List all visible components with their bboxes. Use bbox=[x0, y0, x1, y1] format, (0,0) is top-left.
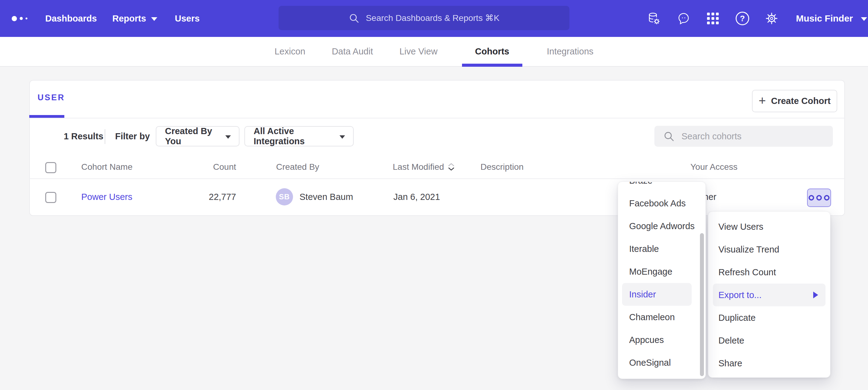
menu-item-label: Share bbox=[718, 358, 742, 368]
row-actions-button[interactable] bbox=[807, 189, 831, 207]
menu-item-label: View Users bbox=[718, 222, 763, 232]
export-target-braze[interactable]: Braze bbox=[618, 182, 706, 192]
select-all-checkbox[interactable] bbox=[45, 162, 56, 173]
menu-item-delete[interactable]: Delete bbox=[708, 329, 830, 352]
global-search-placeholder: Search Dashboards & Reports ⌘K bbox=[366, 13, 499, 23]
export-target-onesignal[interactable]: OneSignal bbox=[618, 351, 706, 374]
tab-data-audit[interactable]: Data Audit bbox=[330, 37, 375, 66]
apps-grid-icon[interactable] bbox=[706, 11, 720, 26]
column-header-description[interactable]: Description bbox=[480, 162, 524, 172]
database-gear-icon[interactable] bbox=[647, 11, 661, 26]
top-nav-bar: Dashboards Reports Users Search Dashboar… bbox=[0, 0, 868, 37]
chevron-down-icon bbox=[861, 17, 867, 21]
menu-item-refresh-count[interactable]: Refresh Count bbox=[708, 261, 830, 284]
menu-item-share[interactable]: Share bbox=[708, 352, 830, 375]
tab-label: Live View bbox=[400, 46, 438, 57]
help-icon[interactable]: ? bbox=[735, 11, 749, 26]
ellipsis-dot bbox=[809, 195, 814, 200]
feedback-bubble-icon[interactable] bbox=[677, 11, 691, 26]
row-actions-menu: View Users Visualize Trend Refresh Count… bbox=[708, 211, 831, 378]
menu-item-label: Visualize Trend bbox=[718, 245, 779, 254]
integrations-filter-dropdown[interactable]: All Active Integrations bbox=[244, 126, 354, 147]
column-header-your-access[interactable]: Your Access bbox=[690, 162, 738, 172]
tab-label: Data Audit bbox=[332, 46, 373, 57]
vertical-divider bbox=[105, 129, 105, 144]
cohort-name-link[interactable]: Power Users bbox=[81, 192, 132, 202]
project-name: Music Finder bbox=[796, 13, 853, 24]
column-header-cohort-name[interactable]: Cohort Name bbox=[81, 162, 133, 172]
tab-user-cohorts[interactable]: USER bbox=[37, 93, 65, 102]
tab-cohorts[interactable]: Cohorts bbox=[462, 37, 522, 66]
tab-live-view[interactable]: Live View bbox=[398, 37, 439, 66]
tab-integrations[interactable]: Integrations bbox=[545, 37, 596, 66]
submenu-arrow-icon bbox=[813, 292, 818, 298]
nav-item-reports[interactable]: Reports bbox=[112, 0, 157, 37]
export-target-insider[interactable]: Insider bbox=[622, 283, 692, 306]
ellipsis-dot bbox=[824, 195, 830, 200]
menu-item-label: Google Adwords bbox=[629, 221, 695, 231]
menu-item-view-users[interactable]: View Users bbox=[708, 215, 830, 238]
filter-value: All Active Integrations bbox=[254, 126, 333, 147]
menu-item-label: Facebook Ads bbox=[629, 198, 686, 208]
ellipsis-dot bbox=[816, 195, 822, 200]
menu-item-label: Insider bbox=[629, 289, 656, 299]
search-icon bbox=[348, 12, 360, 24]
plus-icon: + bbox=[759, 94, 766, 107]
export-target-moengage[interactable]: MoEngage bbox=[618, 260, 706, 283]
create-cohort-button[interactable]: + Create Cohort bbox=[752, 90, 837, 112]
tab-label: Lexicon bbox=[275, 46, 305, 57]
created-by-filter-dropdown[interactable]: Created By You bbox=[156, 126, 240, 147]
chevron-down-icon bbox=[225, 135, 231, 139]
search-icon bbox=[663, 130, 675, 142]
search-cohorts-box bbox=[654, 126, 833, 147]
tab-lexicon[interactable]: Lexicon bbox=[273, 37, 307, 66]
export-target-facebook-ads[interactable]: Facebook Ads bbox=[618, 192, 706, 215]
menu-item-label: OneSignal bbox=[629, 358, 671, 367]
avatar-initials: SB bbox=[279, 193, 290, 201]
active-tab-underline bbox=[29, 115, 64, 118]
search-cohorts-input[interactable] bbox=[681, 131, 824, 141]
menu-item-label: Duplicate bbox=[718, 313, 756, 323]
export-target-iterable[interactable]: Iterable bbox=[618, 237, 706, 260]
menu-item-label: Refresh Count bbox=[718, 267, 776, 277]
nav-item-dashboards[interactable]: Dashboards bbox=[45, 0, 97, 37]
menu-item-visualize-trend[interactable]: Visualize Trend bbox=[708, 238, 830, 261]
submenu-scrollbar-thumb[interactable] bbox=[700, 233, 704, 376]
menu-item-label: Export to... bbox=[718, 290, 762, 300]
logo-dot-medium bbox=[20, 17, 23, 20]
menu-item-export-to[interactable]: Export to... bbox=[713, 284, 826, 306]
create-cohort-label: Create Cohort bbox=[771, 96, 831, 106]
nav-item-users[interactable]: Users bbox=[175, 0, 200, 37]
sort-icon bbox=[448, 163, 455, 171]
export-target-appcues[interactable]: Appcues bbox=[618, 328, 706, 351]
filter-by-label: Filter by bbox=[115, 131, 150, 141]
global-search-input[interactable]: Search Dashboards & Reports ⌘K bbox=[279, 6, 569, 30]
filter-value: Created By You bbox=[165, 126, 219, 147]
column-header-created-by[interactable]: Created By bbox=[276, 162, 319, 172]
logo-dot-large bbox=[12, 16, 17, 21]
export-target-chameleon[interactable]: Chameleon bbox=[618, 306, 706, 328]
column-header-count[interactable]: Count bbox=[175, 162, 236, 172]
row-checkbox[interactable] bbox=[45, 192, 56, 203]
menu-item-duplicate[interactable]: Duplicate bbox=[708, 306, 830, 329]
chevron-down-icon bbox=[151, 17, 157, 21]
nav-item-label: Reports bbox=[112, 13, 146, 24]
column-header-last-modified[interactable]: Last Modified bbox=[393, 162, 455, 172]
table-header-divider bbox=[29, 178, 845, 179]
avatar: SB bbox=[276, 188, 293, 205]
menu-item-label: Appcues bbox=[629, 335, 664, 345]
mixpanel-dots-logo-icon[interactable] bbox=[12, 0, 27, 37]
export-target-google-adwords[interactable]: Google Adwords bbox=[618, 215, 706, 237]
results-count: 1 Results bbox=[64, 131, 103, 141]
menu-item-label: MoEngage bbox=[629, 267, 672, 277]
cohort-count: 22,777 bbox=[175, 192, 236, 202]
panel-header-divider bbox=[29, 118, 845, 119]
logo-dot-small bbox=[26, 18, 27, 20]
export-to-submenu: Braze Facebook Ads Google Adwords Iterab… bbox=[618, 182, 706, 379]
nav-item-label: Users bbox=[175, 13, 200, 24]
created-by-name: Steven Baum bbox=[300, 192, 353, 202]
help-glyph: ? bbox=[740, 14, 745, 23]
project-switcher[interactable]: Music Finder bbox=[796, 0, 867, 37]
settings-gear-icon[interactable] bbox=[765, 11, 779, 26]
nav-item-label: Dashboards bbox=[45, 13, 97, 24]
